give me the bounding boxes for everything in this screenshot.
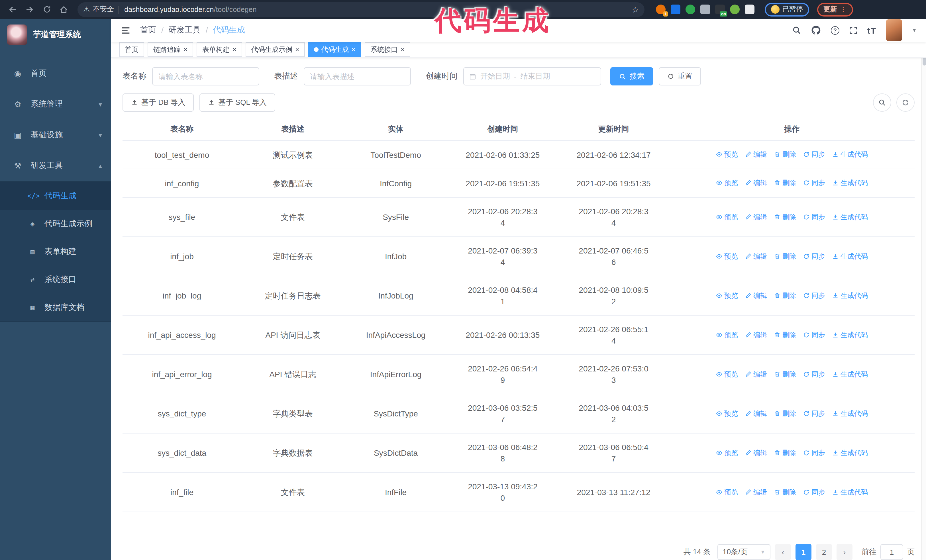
ext-white-puzzle-icon[interactable] (745, 5, 755, 14)
toggle-search-button[interactable] (873, 94, 891, 112)
sidebar-item-系统管理[interactable]: ⚙系统管理▼ (0, 89, 111, 120)
help-icon[interactable]: ? (831, 26, 840, 35)
sidebar-item-首页[interactable]: ◉首页 (0, 58, 111, 89)
tab-代码生成[interactable]: 代码生成× (308, 42, 361, 57)
browser-forward-icon[interactable] (23, 3, 36, 16)
tab-表单构建[interactable]: 表单构建× (197, 42, 242, 57)
tab-系统接口[interactable]: 系统接口× (365, 42, 410, 57)
action-generate-code-link[interactable]: 生成代码 (832, 368, 868, 380)
browser-update-button[interactable]: 更新 ⋮ (817, 3, 853, 16)
sidebar-item-基础设施[interactable]: ▣基础设施▼ (0, 120, 111, 150)
action-sync-link[interactable]: 同步 (803, 368, 825, 380)
action-delete-link[interactable]: 删除 (774, 447, 796, 458)
action-delete-link[interactable]: 删除 (774, 149, 796, 160)
action-generate-code-link[interactable]: 生成代码 (832, 290, 868, 301)
action-delete-link[interactable]: 删除 (774, 486, 796, 498)
page-scrollbar[interactable] (921, 19, 926, 560)
tab-代码生成示例[interactable]: 代码生成示例× (246, 42, 305, 57)
date-range-picker[interactable]: 开始日期 - 结束日期 (463, 67, 601, 86)
sidebar-subitem-代码生成示例[interactable]: ◈代码生成示例 (0, 210, 111, 237)
action-preview-link[interactable]: 预览 (716, 447, 738, 458)
action-preview-link[interactable]: 预览 (716, 329, 738, 340)
breadcrumb-item[interactable]: 首页 (140, 25, 156, 36)
kebab-menu-icon[interactable]: ⋮ (840, 5, 847, 14)
app-logo-row[interactable]: 芋道管理系统 (0, 19, 111, 50)
import-sql-button[interactable]: 基于 SQL 导入 (200, 94, 275, 112)
browser-back-icon[interactable] (6, 3, 20, 16)
hamburger-icon[interactable] (120, 25, 131, 36)
action-generate-code-link[interactable]: 生成代码 (832, 408, 868, 419)
fullscreen-icon[interactable] (849, 26, 858, 35)
action-edit-link[interactable]: 编辑 (745, 211, 767, 222)
action-edit-link[interactable]: 编辑 (745, 368, 767, 380)
action-generate-code-link[interactable]: 生成代码 (832, 177, 868, 189)
search-button[interactable]: 搜索 (610, 67, 653, 86)
next-page-button[interactable]: › (837, 544, 852, 560)
ext-gray-grid-icon[interactable] (701, 5, 710, 14)
github-icon[interactable] (811, 25, 821, 36)
action-preview-link[interactable]: 预览 (716, 368, 738, 380)
close-icon[interactable]: × (183, 47, 188, 53)
paused-extension-pill[interactable]: 已暂停 (765, 3, 809, 16)
action-generate-code-link[interactable]: 生成代码 (832, 211, 868, 222)
sidebar-item-研发工具[interactable]: ⚒研发工具▲ (0, 150, 111, 181)
action-edit-link[interactable]: 编辑 (745, 290, 767, 301)
action-edit-link[interactable]: 编辑 (745, 251, 767, 262)
action-preview-link[interactable]: 预览 (716, 486, 738, 498)
table-desc-input[interactable] (304, 67, 411, 86)
action-preview-link[interactable]: 预览 (716, 211, 738, 222)
ext-green-bot-icon[interactable] (730, 5, 740, 14)
action-edit-link[interactable]: 编辑 (745, 486, 767, 498)
tab-首页[interactable]: 首页 (119, 42, 144, 57)
reset-button[interactable]: 重置 (659, 67, 701, 86)
goto-page-input[interactable] (881, 544, 903, 560)
prev-page-button[interactable]: ‹ (775, 544, 791, 560)
page-button-1[interactable]: 1 (796, 544, 811, 560)
close-icon[interactable]: × (233, 47, 236, 53)
action-delete-link[interactable]: 删除 (774, 251, 796, 262)
action-edit-link[interactable]: 编辑 (745, 447, 767, 458)
action-sync-link[interactable]: 同步 (803, 177, 825, 189)
action-preview-link[interactable]: 预览 (716, 290, 738, 301)
action-sync-link[interactable]: 同步 (803, 486, 825, 498)
action-delete-link[interactable]: 删除 (774, 211, 796, 222)
action-edit-link[interactable]: 编辑 (745, 177, 767, 189)
caret-down-icon[interactable]: ▼ (912, 28, 917, 33)
action-sync-link[interactable]: 同步 (803, 211, 825, 222)
action-delete-link[interactable]: 删除 (774, 329, 796, 340)
action-edit-link[interactable]: 编辑 (745, 329, 767, 340)
close-icon[interactable]: × (352, 47, 356, 53)
breadcrumb-item[interactable]: 代码生成 (213, 25, 245, 36)
action-preview-link[interactable]: 预览 (716, 149, 738, 160)
action-delete-link[interactable]: 删除 (774, 368, 796, 380)
action-generate-code-link[interactable]: 生成代码 (832, 329, 868, 340)
action-edit-link[interactable]: 编辑 (745, 408, 767, 419)
action-delete-link[interactable]: 删除 (774, 408, 796, 419)
action-edit-link[interactable]: 编辑 (745, 149, 767, 160)
action-delete-link[interactable]: 删除 (774, 177, 796, 189)
search-icon[interactable] (792, 26, 801, 35)
close-icon[interactable]: × (401, 47, 405, 53)
close-icon[interactable]: × (295, 47, 299, 53)
page-size-select[interactable]: 10条/页 ▼ (717, 544, 770, 560)
sidebar-subitem-代码生成[interactable]: </>代码生成 (0, 182, 111, 210)
action-preview-link[interactable]: 预览 (716, 251, 738, 262)
action-sync-link[interactable]: 同步 (803, 329, 825, 340)
tab-链路追踪[interactable]: 链路追踪× (148, 42, 193, 57)
sidebar-subitem-数据库文档[interactable]: ▦数据库文档 (0, 293, 111, 321)
sidebar-subitem-系统接口[interactable]: ⇄系统接口 (0, 266, 111, 293)
url-bar[interactable]: ⚠ 不安全 dashboard.yudao.iocoder.cn /tool/c… (77, 2, 645, 17)
breadcrumb-item[interactable]: 研发工具 (169, 25, 201, 36)
action-sync-link[interactable]: 同步 (803, 408, 825, 419)
bookmark-star-icon[interactable]: ☆ (632, 5, 639, 14)
sidebar-subitem-表单构建[interactable]: ▤表单构建 (0, 237, 111, 266)
action-sync-link[interactable]: 同步 (803, 447, 825, 458)
action-generate-code-link[interactable]: 生成代码 (832, 149, 868, 160)
browser-home-icon[interactable] (57, 3, 71, 16)
user-avatar[interactable] (886, 20, 902, 41)
ext-blue-gem-icon[interactable] (671, 5, 680, 14)
ext-dark-on-icon[interactable]: on (715, 5, 725, 14)
ext-orange-circle-icon[interactable]: 1 (656, 5, 666, 14)
action-sync-link[interactable]: 同步 (803, 290, 825, 301)
browser-reload-icon[interactable] (40, 3, 54, 16)
